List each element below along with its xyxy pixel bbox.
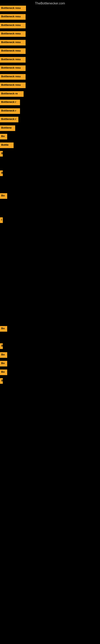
bottleneck-result-item[interactable]: Bottleneck resu [0, 57, 26, 62]
bottleneck-result-item[interactable]: B [0, 151, 3, 156]
bottleneck-result-item[interactable]: Bottleneck resu [0, 82, 26, 88]
bottleneck-result-item[interactable]: Bottleneck r [0, 100, 20, 105]
bottleneck-result-item[interactable]: Bottle [0, 142, 14, 148]
bottleneck-result-item[interactable]: Bottleneck r [0, 108, 20, 114]
bottleneck-result-item[interactable]: Bo [0, 361, 7, 366]
bottleneck-result-item[interactable]: Bo [0, 193, 7, 199]
bottleneck-result-item[interactable]: Bo [0, 370, 7, 375]
bottleneck-result-item[interactable]: Bottleneck re [0, 91, 24, 97]
bottleneck-result-item[interactable]: Bottleneck resu [0, 74, 26, 80]
bottleneck-result-item[interactable]: Bottleneck resu [0, 6, 26, 11]
bottleneck-result-item[interactable]: Bottleneck resu [0, 31, 26, 37]
bottleneck-result-item[interactable]: B [0, 378, 3, 384]
bottleneck-result-item[interactable]: Bottleneck resu [0, 66, 26, 71]
bottleneck-result-item[interactable]: Bottleneck resu [0, 23, 26, 28]
bottleneck-result-item[interactable]: Bottlene [0, 126, 15, 131]
bottleneck-result-item[interactable]: Bo [0, 352, 7, 358]
bottleneck-result-item[interactable]: B [0, 170, 3, 176]
bottleneck-result-item[interactable]: Bottleneck r [0, 117, 18, 122]
bottleneck-result-item[interactable]: Bottleneck resu [0, 40, 26, 46]
bottleneck-result-item[interactable]: B [0, 343, 3, 349]
bottleneck-result-item[interactable]: l [0, 217, 3, 223]
bottleneck-result-item[interactable]: Bo [0, 326, 7, 332]
bottleneck-result-item[interactable]: Bottleneck resu [0, 14, 26, 20]
bottleneck-result-item[interactable]: Bo [0, 134, 7, 140]
bottleneck-result-item[interactable]: Bottleneck resu [0, 48, 26, 54]
